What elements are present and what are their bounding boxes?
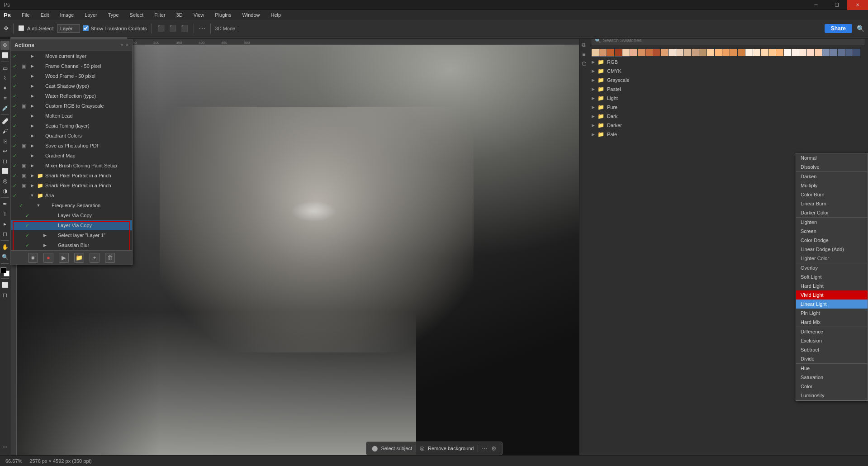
pen-tool[interactable]: ✒ — [0, 200, 9, 209]
swatch-color[interactable] — [622, 49, 630, 56]
blend-mode-item[interactable]: Lighter Color — [796, 254, 868, 263]
more-options-icon[interactable]: ⋯ — [199, 24, 206, 33]
swatch-color[interactable] — [607, 57, 614, 57]
swatch-color[interactable] — [669, 49, 676, 56]
swatch-color[interactable] — [645, 49, 653, 56]
action-item[interactable]: ✓ ▣ ▶ Mixer Brush Cloning Paint Setup — [11, 161, 132, 171]
blend-mode-item[interactable]: Normal — [796, 153, 868, 162]
blend-mode-item[interactable]: Saturation — [796, 373, 868, 382]
swatch-color[interactable] — [815, 49, 822, 56]
hand-tool[interactable]: ✋ — [0, 243, 9, 252]
swatch-color[interactable] — [745, 49, 753, 56]
search-icon[interactable]: 🔍 — [857, 25, 864, 32]
swatch-color[interactable] — [799, 49, 806, 56]
blend-mode-item[interactable]: Color Dodge — [796, 236, 868, 245]
swatch-color[interactable] — [822, 49, 830, 56]
swatch-color[interactable] — [830, 49, 837, 56]
swatch-color[interactable] — [615, 49, 622, 56]
healing-brush-tool[interactable]: 🩹 — [0, 117, 9, 126]
swatch-color[interactable] — [684, 49, 691, 56]
action-item[interactable]: ✓ ▣ ▶ 📁 Shark Pixel Portrait in a Pinch — [11, 171, 132, 181]
swatch-color[interactable] — [792, 49, 799, 56]
blend-mode-item[interactable]: Darker Color — [796, 208, 868, 217]
swatch-color[interactable] — [592, 49, 599, 56]
swatch-color[interactable] — [776, 49, 783, 56]
menu-layer[interactable]: Layer — [83, 11, 99, 19]
menu-image[interactable]: Image — [58, 11, 76, 19]
blend-mode-item[interactable]: Linear Light — [796, 300, 868, 309]
blend-mode-item[interactable]: Difference — [796, 327, 868, 336]
blend-mode-item[interactable]: Luminosity — [796, 391, 868, 400]
menu-edit[interactable]: Edit — [39, 11, 51, 19]
eyedropper-tool[interactable]: 💉 — [0, 104, 9, 113]
blend-mode-item[interactable]: Soft Light — [796, 272, 868, 281]
swatch-color[interactable] — [653, 49, 660, 56]
layers-icon[interactable]: ⧉ — [580, 41, 588, 49]
menu-type[interactable]: Type — [106, 11, 121, 19]
action-item[interactable]: ✓ ▶ Move current layer — [11, 51, 132, 61]
swatch-color[interactable] — [838, 49, 845, 56]
blend-mode-item[interactable]: Linear Dodge (Add) — [796, 245, 868, 254]
new-action-btn[interactable]: + — [90, 253, 100, 263]
blend-mode-item[interactable]: Darken — [796, 172, 868, 181]
action-item[interactable]: ✓ Layer Via Copy — [11, 210, 132, 220]
paths-icon[interactable]: ⬡ — [580, 60, 588, 68]
swatch-color[interactable] — [807, 49, 814, 56]
menu-view[interactable]: View — [192, 11, 206, 19]
swatch-color[interactable] — [661, 49, 668, 56]
screen-mode-tool[interactable]: ◻ — [0, 290, 9, 300]
blend-mode-item[interactable]: Color — [796, 382, 868, 391]
swatch-group-item[interactable]: ▶📁Darker — [588, 120, 868, 129]
actions-collapse-btn[interactable]: « — [121, 43, 123, 48]
shape-tool[interactable]: ◻ — [0, 229, 9, 238]
swatch-group-item[interactable]: ▶📁Pastel — [588, 84, 868, 93]
action-item[interactable]: ✓ ▣ ▶ Frame Channel - 50 pixel — [11, 61, 132, 71]
blend-mode-item[interactable]: Linear Burn — [796, 199, 868, 208]
action-item[interactable]: ✓ ▶ Select layer "Layer 1" — [11, 230, 132, 240]
minimize-btn[interactable]: ─ — [806, 0, 826, 10]
swatch-color[interactable] — [707, 49, 714, 56]
action-item[interactable]: ✓ ▶ Quadrant Colors — [11, 131, 132, 141]
stop-action-btn[interactable]: ■ — [28, 253, 38, 263]
blend-mode-item[interactable]: Color Burn — [796, 190, 868, 199]
remove-background-btn[interactable]: Remove background — [428, 446, 474, 451]
align-center-icon[interactable]: ⬛ — [168, 24, 177, 33]
menu-select[interactable]: Select — [128, 11, 146, 19]
blend-mode-item[interactable]: Pin Light — [796, 309, 868, 318]
delete-action-btn[interactable]: 🗑 — [105, 253, 115, 263]
history-brush-tool[interactable]: ↩ — [0, 147, 9, 156]
move-tool[interactable]: ✥ — [0, 41, 9, 50]
foreground-color[interactable] — [0, 267, 6, 273]
menu-file[interactable]: File — [20, 11, 32, 19]
swatch-group-item[interactable]: ▶📁Pure — [588, 102, 868, 111]
blend-mode-item[interactable]: Lighten — [796, 218, 868, 227]
swatch-group-item[interactable]: ▶📁Dark — [588, 111, 868, 120]
dodge-tool[interactable]: ◑ — [0, 186, 9, 195]
blur-tool[interactable]: ◎ — [0, 176, 9, 185]
blend-mode-item[interactable]: Screen — [796, 227, 868, 236]
swatch-group-item[interactable]: ▶📁RGB — [588, 57, 868, 66]
swatch-color[interactable] — [845, 49, 853, 56]
artboard-tool[interactable]: ⬜ — [0, 51, 9, 60]
layer-select[interactable]: Layer — [57, 24, 81, 33]
path-selection-tool[interactable]: ▸ — [0, 219, 9, 228]
action-item[interactable]: ✓ ▶ Gradient Map — [11, 151, 132, 161]
swatch-color[interactable] — [730, 49, 737, 56]
blend-mode-item[interactable]: Hard Light — [796, 281, 868, 290]
gradient-tool[interactable]: ⬜ — [0, 166, 9, 176]
swatch-color[interactable] — [622, 57, 630, 57]
menu-window[interactable]: Window — [240, 11, 261, 19]
settings-icon[interactable]: ⚙ — [491, 445, 497, 452]
swatch-color[interactable] — [853, 49, 860, 56]
swatch-color[interactable] — [615, 57, 622, 57]
action-item[interactable]: ✓ ▶ Cast Shadow (type) — [11, 81, 132, 91]
swatch-color[interactable] — [738, 49, 745, 56]
channels-icon[interactable]: ≡ — [580, 50, 588, 58]
action-item[interactable]: ✓ ▣ ▶ 📁 Shark Pixel Portrait in a Pinch — [11, 181, 132, 190]
action-item[interactable]: ✓ ▶ Sepia Toning (layer) — [11, 121, 132, 131]
rectangular-marquee-tool[interactable]: ▭ — [0, 64, 9, 73]
quick-select-tool[interactable]: ✦ — [0, 84, 9, 93]
select-subject-btn[interactable]: Select subject — [381, 446, 412, 451]
blend-mode-item[interactable]: Subtract — [796, 345, 868, 354]
eraser-tool[interactable]: ◻ — [0, 157, 9, 166]
